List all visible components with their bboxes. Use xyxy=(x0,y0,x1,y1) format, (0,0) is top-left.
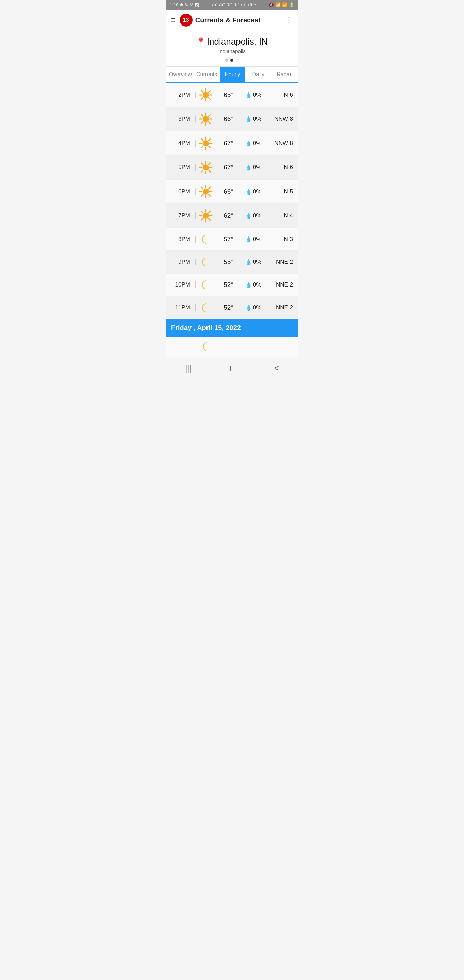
svg-line-26 xyxy=(202,146,203,148)
drop-icon-10pm: 💧 xyxy=(245,282,252,288)
hour-wind-11pm: NNE 2 xyxy=(266,304,293,311)
drop-icon-4pm: 💧 xyxy=(245,140,252,147)
sun-svg-5pm xyxy=(199,160,213,175)
svg-line-34 xyxy=(208,163,210,165)
status-bar: 1:18 ❄ ✎ M 🖼 75° 75° 75° 75° 75° 76° • 🔇… xyxy=(166,0,298,10)
moon-svg-9pm xyxy=(199,256,212,269)
hour-precip-11pm: 💧 0% xyxy=(241,304,266,311)
svg-line-23 xyxy=(202,139,203,140)
svg-point-45 xyxy=(203,213,209,219)
svg-point-27 xyxy=(203,164,209,170)
location-section: 📍 Indianapolis, IN Indianapolis + xyxy=(166,31,298,67)
svg-point-18 xyxy=(203,140,209,146)
svg-line-41 xyxy=(202,187,203,189)
day-banner-text: Friday , April 15, 2022 xyxy=(171,324,241,331)
svg-line-53 xyxy=(202,218,203,220)
forward-button[interactable]: < xyxy=(267,361,286,375)
precip-pct-7pm: 0% xyxy=(253,212,262,219)
hour-temp-2pm: 65° xyxy=(216,91,241,99)
partial-icon xyxy=(195,342,216,352)
location-pin-icon: 📍 xyxy=(196,37,205,46)
logo-number: 13 xyxy=(183,17,189,23)
precip-pct-6pm: 0% xyxy=(253,188,262,195)
hourly-row-11pm: 11PM 52° 💧 0% NNE 2 xyxy=(166,296,298,319)
drop-icon-7pm: 💧 xyxy=(245,213,252,219)
tab-currents-label: Currents xyxy=(196,72,217,77)
battery-icon: 🔋 xyxy=(289,2,294,8)
hour-wind-5pm: N 6 xyxy=(266,164,293,171)
tab-hourly[interactable]: Hourly xyxy=(220,67,246,82)
hour-icon-2pm xyxy=(195,88,216,102)
tab-overview[interactable]: Overview xyxy=(167,67,194,82)
tab-daily-label: Daily xyxy=(252,72,264,77)
precip-pct-5pm: 0% xyxy=(253,164,262,171)
temp1: 75° xyxy=(211,2,218,7)
hour-time-7pm: 7PM xyxy=(171,212,195,219)
svg-point-9 xyxy=(203,116,209,122)
hour-icon-4pm xyxy=(195,136,216,150)
home-button[interactable]: □ xyxy=(224,361,242,375)
status-icons: ❄ ✎ M 🖼 xyxy=(180,2,199,8)
back-button[interactable]: ||| xyxy=(178,361,198,375)
hourly-row-3pm: 3PM 66° 💧 0% NNW 8 xyxy=(166,107,298,131)
hour-time-10pm: 10PM xyxy=(171,282,195,288)
svg-line-25 xyxy=(208,139,210,140)
hour-time-9pm: 9PM xyxy=(171,259,195,266)
hour-temp-7pm: 62° xyxy=(216,212,241,220)
location-name: 📍 Indianapolis, IN xyxy=(170,37,294,47)
temp2: 75° xyxy=(219,2,225,7)
svg-line-51 xyxy=(208,218,210,220)
svg-line-24 xyxy=(208,146,210,148)
header-title: Currents & Forecast xyxy=(195,16,285,24)
status-left: 1:18 ❄ ✎ M 🖼 xyxy=(170,2,199,8)
precip-pct-10pm: 0% xyxy=(253,282,262,288)
hour-temp-3pm: 66° xyxy=(216,115,241,123)
tab-radar[interactable]: Radar xyxy=(271,67,297,82)
mute-icon: 🔇 xyxy=(269,2,274,8)
temp-dot: • xyxy=(254,2,256,7)
sun-svg-6pm xyxy=(199,185,213,199)
hour-time-2pm: 2PM xyxy=(171,92,195,98)
hour-icon-7pm xyxy=(195,208,216,223)
moon-svg-10pm xyxy=(199,278,212,291)
more-button[interactable]: ⋮ xyxy=(285,16,293,24)
hour-time-6pm: 6PM xyxy=(171,188,195,195)
hourly-row-9pm: 9PM 55° 💧 0% NNE 2 xyxy=(166,251,298,274)
hour-wind-9pm: NNE 2 xyxy=(266,259,293,266)
temp4: 75° xyxy=(233,2,239,7)
partial-moon-icon xyxy=(202,342,209,352)
location-sub: Indianapolis xyxy=(170,48,294,54)
drop-icon-11pm: 💧 xyxy=(245,305,252,311)
hour-precip-7pm: 💧 0% xyxy=(241,212,266,219)
hourly-row-7pm: 7PM 62° 💧 0% N 4 xyxy=(166,204,298,228)
drop-icon-2pm: 💧 xyxy=(245,92,252,98)
hour-precip-4pm: 💧 0% xyxy=(241,140,266,147)
app-logo: 13 xyxy=(180,14,192,27)
hour-precip-8pm: 💧 0% xyxy=(241,236,266,243)
tab-radar-label: Radar xyxy=(276,72,292,77)
svg-line-52 xyxy=(208,211,210,213)
temp6: 76° xyxy=(247,2,253,7)
tab-currents[interactable]: Currents xyxy=(194,67,220,82)
hour-icon-5pm xyxy=(195,160,216,175)
hour-time-8pm: 8PM xyxy=(171,236,195,243)
sun-svg-3pm xyxy=(199,112,213,126)
hour-wind-8pm: N 3 xyxy=(266,236,293,243)
drop-icon-5pm: 💧 xyxy=(245,164,252,171)
wifi-icon: 📶 xyxy=(275,2,281,8)
menu-button[interactable]: ≡ xyxy=(171,16,176,24)
dot-2 xyxy=(230,59,234,62)
svg-point-36 xyxy=(203,189,209,195)
status-time: 1:18 xyxy=(170,2,178,8)
hour-time-11pm: 11PM xyxy=(171,304,195,311)
hourly-row-4pm: 4PM 67° 💧 0% NNW 8 xyxy=(166,131,298,156)
add-location-button[interactable]: + xyxy=(235,57,239,63)
hour-precip-10pm: 💧 0% xyxy=(241,282,266,288)
tab-daily[interactable]: Daily xyxy=(245,67,271,82)
hourly-row-5pm: 5PM 67° 💧 0% N 6 xyxy=(166,156,298,180)
precip-pct-9pm: 0% xyxy=(253,259,262,266)
nav-tabs: Overview Currents Hourly Daily Radar xyxy=(166,67,298,83)
sun-svg-7pm xyxy=(199,208,213,223)
hourly-row-partial xyxy=(166,337,298,357)
signal-icon: 📶 xyxy=(282,2,288,8)
